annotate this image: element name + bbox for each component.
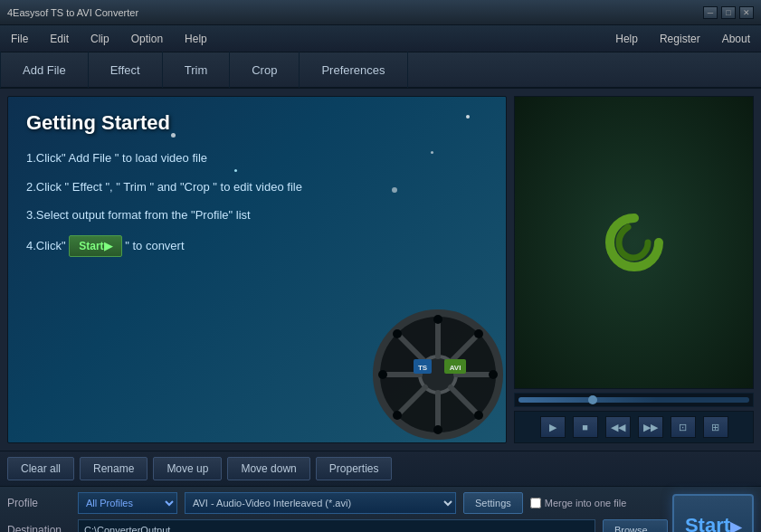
svg-point-10: [433, 315, 442, 324]
menu-bar: File Edit Clip Option Help Help Register…: [0, 25, 761, 52]
step-3: 3.Select output format from the "Profile…: [26, 206, 488, 224]
seek-bar-container[interactable]: [514, 393, 754, 407]
menu-clip[interactable]: Clip: [87, 31, 113, 47]
play-button[interactable]: ▶: [540, 416, 566, 438]
start-arrow: ▶: [730, 519, 741, 532]
svg-text:TS: TS: [418, 364, 428, 372]
start-text: Start: [685, 514, 730, 532]
destination-label: Destination: [7, 524, 71, 532]
profile-row: Profile All Profiles AVI - Audio-Video I…: [7, 492, 754, 514]
rewind-button[interactable]: ◀◀: [605, 416, 631, 438]
screenshot-button[interactable]: ⊡: [671, 416, 696, 438]
profile-label: Profile: [7, 497, 71, 509]
stop-button[interactable]: ■: [573, 416, 598, 438]
maximize-button[interactable]: □: [721, 6, 736, 19]
clear-all-button[interactable]: Clear all: [7, 457, 74, 480]
profile-select[interactable]: All Profiles: [78, 492, 177, 514]
star-1: [466, 115, 470, 119]
menu-option[interactable]: Option: [128, 31, 166, 47]
step-4-post: " to convert: [125, 239, 184, 252]
rename-button[interactable]: Rename: [80, 457, 147, 480]
film-reel-decoration: TS AVI: [370, 307, 507, 443]
svg-point-17: [393, 411, 402, 420]
toolbar-trim[interactable]: Trim: [163, 52, 231, 88]
menu-file[interactable]: File: [7, 31, 32, 47]
title-bar: 4Easysof TS to AVI Converter ─ □ ✕: [0, 0, 761, 25]
step-1: 1.Click" Add File " to load video file: [26, 149, 488, 167]
window-controls: ─ □ ✕: [703, 6, 754, 19]
clip-button[interactable]: ⊞: [703, 416, 728, 438]
svg-point-13: [489, 370, 498, 379]
merge-label: Merge into one file: [545, 498, 627, 508]
menu-left: File Edit Clip Option Help: [7, 31, 211, 47]
right-panel: ▶ ■ ◀◀ ▶▶ ⊡ ⊞: [514, 96, 754, 443]
main-content: Getting Started 1.Click" Add File " to l…: [0, 89, 761, 451]
action-bar: Clear all Rename Move up Move down Prope…: [0, 451, 761, 487]
settings-button[interactable]: Settings: [463, 492, 523, 514]
svg-point-12: [378, 370, 387, 379]
menu-about[interactable]: About: [718, 31, 754, 47]
merge-check: Merge into one file: [530, 498, 627, 508]
app-title: 4Easysof TS to AVI Converter: [7, 7, 138, 18]
start-button[interactable]: Start▶: [672, 494, 754, 532]
destination-row: Destination Browse... Open Folder: [7, 519, 754, 532]
star-3: [171, 133, 176, 138]
step-2: 2.Click " Effect ", " Trim " and "Crop "…: [26, 178, 488, 196]
properties-button[interactable]: Properties: [316, 457, 393, 480]
svg-point-16: [474, 329, 483, 338]
start-label: Start▶: [685, 514, 741, 532]
getting-started: Getting Started 1.Click" Add File " to l…: [8, 97, 506, 282]
move-down-button[interactable]: Move down: [227, 457, 309, 480]
settings-bar: Profile All Profiles AVI - Audio-Video I…: [0, 487, 761, 532]
left-panel: Getting Started 1.Click" Add File " to l…: [7, 96, 507, 443]
toolbar-preferences[interactable]: Preferences: [300, 52, 407, 88]
merge-checkbox[interactable]: [530, 498, 541, 508]
destination-input[interactable]: [78, 519, 595, 532]
format-select[interactable]: AVI - Audio-Video Interleaved (*.avi): [185, 492, 456, 514]
star-5: [392, 187, 397, 193]
star-4: [234, 169, 237, 172]
svg-point-14: [393, 329, 402, 338]
getting-started-title: Getting Started: [26, 111, 488, 135]
menu-register[interactable]: Register: [656, 31, 704, 47]
menu-edit[interactable]: Edit: [46, 31, 72, 47]
toolbar: Add File Effect Trim Crop Preferences: [0, 52, 761, 89]
browse-button[interactable]: Browse...: [603, 519, 668, 532]
start-btn-inline: Start▶: [69, 235, 121, 257]
forward-button[interactable]: ▶▶: [638, 416, 663, 438]
svg-text:AVI: AVI: [450, 364, 461, 372]
star-2: [431, 151, 433, 154]
toolbar-crop[interactable]: Crop: [230, 52, 300, 88]
video-preview: [514, 96, 754, 389]
step-4: 4.Click" Start▶ " to convert: [26, 235, 488, 257]
toolbar-effect[interactable]: Effect: [89, 52, 163, 88]
film-reel-svg: TS AVI: [370, 307, 506, 442]
seek-thumb[interactable]: [588, 395, 597, 404]
move-up-button[interactable]: Move up: [153, 457, 222, 480]
menu-help-link[interactable]: Help: [612, 31, 642, 47]
minimize-button[interactable]: ─: [703, 6, 718, 19]
playback-controls: ▶ ■ ◀◀ ▶▶ ⊡ ⊞: [514, 411, 754, 443]
seek-bar[interactable]: [518, 397, 749, 403]
svg-point-11: [433, 425, 442, 434]
logo-display: [515, 97, 753, 388]
menu-help[interactable]: Help: [181, 31, 211, 47]
close-button[interactable]: ✕: [739, 6, 754, 19]
svg-point-15: [474, 411, 483, 420]
toolbar-add-file[interactable]: Add File: [0, 52, 89, 88]
menu-right: Help Register About: [612, 31, 754, 47]
logo-svg: [594, 202, 675, 283]
step-4-pre: 4.Click": [26, 239, 66, 252]
